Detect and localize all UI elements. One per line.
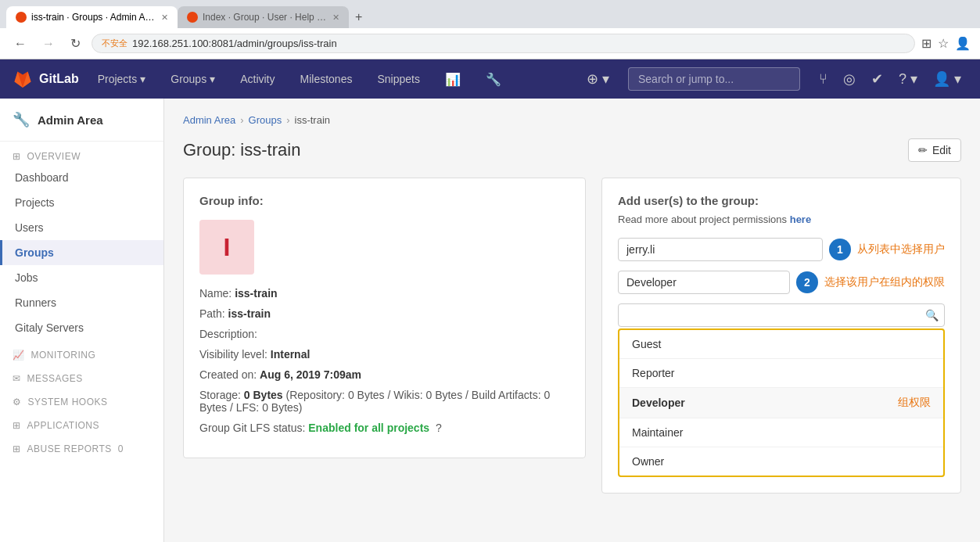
permission-link[interactable]: here (790, 214, 811, 225)
nav-right-icons: ⑂ ◎ ✔ ? ▾ 👤 ▾ (813, 67, 967, 91)
chart-icon[interactable]: 📊 (439, 69, 467, 90)
visibility-value: Internal (271, 348, 311, 361)
sidebar-title: Admin Area (38, 113, 103, 127)
dropdown-item-reporter[interactable]: Reporter (619, 359, 943, 388)
browser-tab-active[interactable]: iss-train · Groups · Admin Are... ✕ (6, 6, 178, 28)
name-label: Name: (199, 287, 232, 300)
dropdown-search-input[interactable] (618, 303, 945, 327)
dropdown-list: Guest Reporter Developer 组权限 (618, 328, 945, 477)
dropdown-item-guest[interactable]: Guest (619, 330, 943, 359)
dashboard-label: Dashboard (15, 171, 69, 184)
nav-snippets[interactable]: Snippets (371, 59, 425, 99)
nav-groups[interactable]: Groups ▾ (164, 59, 221, 99)
name-value: iss-train (235, 287, 277, 300)
group-info-column: Group info: I Name: iss-train Path: iss-… (183, 178, 586, 506)
sidebar-item-users[interactable]: Users (0, 215, 163, 240)
git-lfs-icon: ? (436, 422, 442, 434)
sidebar-header: 🔧 Admin Area (0, 99, 163, 142)
browser-tab-inactive[interactable]: Index · Group · User · Help · G... ✕ (178, 6, 349, 28)
git-lfs-value[interactable]: Enabled for all projects (308, 422, 429, 434)
dropdown-item-owner[interactable]: Owner (619, 447, 943, 476)
sidebar-item-runners[interactable]: Runners (0, 290, 163, 315)
nav-activity[interactable]: Activity (234, 59, 281, 99)
breadcrumb-current: iss-train (295, 114, 331, 126)
created-value: Aug 6, 2019 7:09am (260, 368, 361, 381)
nav-projects[interactable]: Projects ▾ (92, 59, 153, 99)
gitaly-label: Gitaly Servers (15, 321, 84, 334)
breadcrumb-admin-area[interactable]: Admin Area (183, 114, 235, 126)
user-search-input[interactable] (618, 238, 823, 261)
step2-badge: 2 (796, 271, 818, 293)
tab-close-2[interactable]: ✕ (332, 13, 339, 23)
created-label: Created on: (199, 368, 257, 381)
sidebar-item-groups[interactable]: Groups (0, 240, 163, 265)
add-user-title: Add user(s) to the group: (618, 194, 945, 207)
help-dropdown[interactable]: ? ▾ (892, 67, 924, 91)
url-box[interactable]: 不安全 192.168.251.100:8081/admin/groups/is… (92, 34, 915, 53)
edit-icon: ✏ (918, 144, 928, 156)
plus-dropdown-button[interactable]: ⊕ ▾ (580, 67, 616, 91)
user-input-row: 1 从列表中选择用户 (618, 238, 945, 261)
sidebar-item-dashboard[interactable]: Dashboard (0, 165, 163, 190)
page-header: Group: iss-train ✏ Edit (183, 138, 961, 162)
group-name-row: Name: iss-train (199, 287, 569, 300)
reload-button[interactable]: ↻ (66, 34, 85, 52)
todos-icon[interactable]: ✔ (865, 67, 889, 91)
tab-title-1: iss-train · Groups · Admin Are... (31, 12, 156, 23)
description-label: Description: (199, 328, 257, 340)
abuse-icon: ⊞ (13, 443, 21, 454)
group-visibility-row: Visibility level: Internal (199, 348, 569, 361)
group-created-row: Created on: Aug 6, 2019 7:09am (199, 368, 569, 381)
wrench-icon[interactable]: 🔧 (479, 69, 508, 90)
path-label: Path: (199, 307, 225, 320)
dropdown-item-developer[interactable]: Developer 组权限 (619, 388, 943, 418)
storage-label: Storage: (199, 389, 241, 401)
sidebar-item-jobs[interactable]: Jobs (0, 265, 163, 290)
sidebar-section-messages: ✉ Messages (0, 364, 163, 387)
translate-button[interactable]: ⊞ (921, 36, 932, 51)
browser-tabs: iss-train · Groups · Admin Are... ✕ Inde… (0, 0, 980, 28)
sidebar-section-monitoring: 📈 Monitoring (0, 340, 163, 364)
tab-close-1[interactable]: ✕ (161, 13, 168, 23)
back-button[interactable]: ← (9, 35, 31, 52)
content-area: Admin Area › Groups › iss-train Group: i… (164, 99, 980, 542)
nav-milestones[interactable]: Milestones (294, 59, 359, 99)
edit-button[interactable]: ✏ Edit (908, 138, 961, 162)
breadcrumb-groups[interactable]: Groups (249, 114, 282, 126)
system-hooks-label: System Hooks (28, 397, 108, 407)
gitlab-logo[interactable]: GitLab (13, 69, 79, 89)
forward-button[interactable]: → (38, 35, 59, 52)
dropdown-item-maintainer[interactable]: Maintainer (619, 418, 943, 447)
sidebar-item-gitaly[interactable]: Gitaly Servers (0, 315, 163, 340)
applications-icon: ⊞ (13, 420, 21, 431)
global-search-input[interactable] (628, 67, 800, 91)
gitlab-brand-name: GitLab (39, 72, 79, 86)
monitoring-label: Monitoring (31, 350, 96, 361)
tab-title-2: Index · Group · User · Help · G... (203, 12, 328, 23)
step1-annotation: 从列表中选择用户 (857, 242, 945, 257)
add-user-card: Add user(s) to the group: Read more abou… (601, 178, 961, 494)
monitoring-icon: 📈 (13, 350, 25, 361)
admin-sidebar: 🔧 Admin Area ⊞ Overview Dashboard Projec… (0, 99, 164, 542)
page-title: Group: iss-train (183, 140, 300, 160)
wrench-sidebar-icon: 🔧 (13, 111, 30, 128)
step2-annotation: 选择该用户在组内的权限 (824, 275, 945, 289)
bookmark-button[interactable]: ☆ (938, 36, 949, 51)
sidebar-section-applications: ⊞ Applications (0, 411, 163, 434)
merge-requests-icon[interactable]: ⑂ (813, 68, 834, 91)
user-avatar[interactable]: 👤 ▾ (927, 67, 967, 91)
abuse-reports-badge: 0 (118, 443, 124, 454)
issues-icon[interactable]: ◎ (837, 67, 862, 91)
group-path-row: Path: iss-train (199, 307, 569, 320)
permission-annotation: 组权限 (898, 396, 931, 410)
role-select[interactable]: Guest Reporter Developer Maintainer Owne… (618, 271, 790, 294)
tab-favicon-1 (16, 12, 27, 23)
new-tab-button[interactable]: + (349, 7, 368, 27)
profile-button[interactable]: 👤 (955, 36, 971, 51)
group-avatar: I (199, 220, 254, 275)
sidebar-item-projects[interactable]: Projects (0, 190, 163, 215)
address-bar: ← → ↻ 不安全 192.168.251.100:8081/admin/gro… (0, 28, 980, 59)
path-value: iss-train (228, 307, 271, 320)
dropdown-search-icon: 🔍 (925, 309, 939, 321)
projects-label: Projects (15, 196, 55, 209)
